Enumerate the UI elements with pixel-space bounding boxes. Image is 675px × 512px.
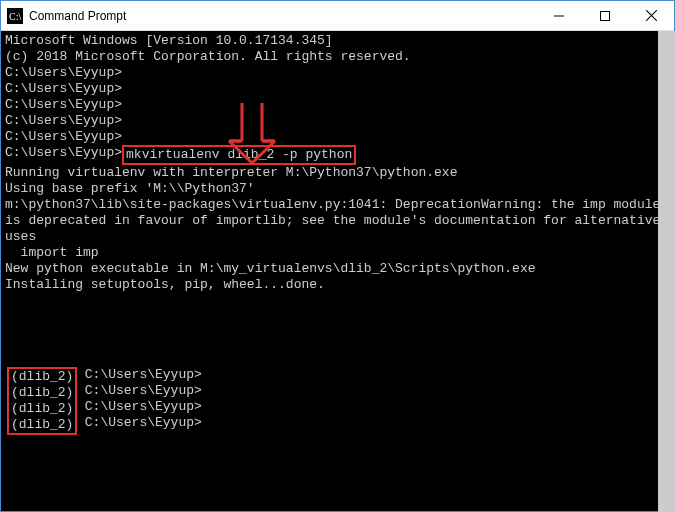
svg-text:C:\: C:\ [9, 11, 21, 22]
terminal-content: Microsoft Windows [Version 10.0.17134.34… [5, 33, 670, 509]
prompt-line: C:\Users\Eyyup> [5, 113, 670, 129]
prompt-line: C:\Users\Eyyup> [5, 97, 670, 113]
terminal-line: Microsoft Windows [Version 10.0.17134.34… [5, 33, 670, 49]
venv-highlight-box: (dlib_2) (dlib_2) (dlib_2) (dlib_2) [7, 367, 77, 435]
prompt-line: C:\Users\Eyyup> [5, 129, 670, 145]
command-line: C:\Users\Eyyup>mkvirtualenv dlib_2 -p py… [5, 145, 670, 165]
venv-label: (dlib_2) [11, 385, 73, 401]
venv-prompts: C:\Users\Eyyup> C:\Users\Eyyup> C:\Users… [77, 367, 202, 431]
output-line: Using base prefix 'M:\\Python37' [5, 181, 670, 197]
window-controls [536, 1, 674, 30]
venv-label: (dlib_2) [11, 369, 73, 385]
prompt-line: C:\Users\Eyyup> [77, 383, 202, 399]
close-button[interactable] [628, 1, 674, 30]
terminal-area[interactable]: Microsoft Windows [Version 10.0.17134.34… [1, 31, 674, 511]
prompt-line: C:\Users\Eyyup> [5, 65, 670, 81]
output-line: m:\python37\lib\site-packages\virtualenv… [5, 197, 670, 245]
prompt-line: C:\Users\Eyyup> [77, 399, 202, 415]
window-frame: C:\ Command Prompt Microsoft Windows [Ve… [0, 0, 675, 512]
svg-rect-3 [601, 11, 610, 20]
output-line: Installing setuptools, pip, wheel...done… [5, 277, 670, 293]
output-line: import imp [5, 245, 670, 261]
command-highlight: mkvirtualenv dlib_2 -p python [122, 145, 356, 165]
maximize-button[interactable] [582, 1, 628, 30]
scrollbar-thumb[interactable] [658, 31, 675, 512]
minimize-button[interactable] [536, 1, 582, 30]
venv-label: (dlib_2) [11, 417, 73, 433]
prompt-line: C:\Users\Eyyup> [77, 415, 202, 431]
output-line: Running virtualenv with interpreter M:\P… [5, 165, 670, 181]
terminal-line [5, 293, 670, 309]
cmd-icon: C:\ [7, 8, 23, 24]
prompt-line: C:\Users\Eyyup> [77, 367, 202, 383]
vertical-scrollbar[interactable] [658, 31, 675, 512]
venv-label: (dlib_2) [11, 401, 73, 417]
terminal-line: (c) 2018 Microsoft Corporation. All righ… [5, 49, 670, 65]
prompt-prefix: C:\Users\Eyyup> [5, 145, 122, 161]
prompt-line: C:\Users\Eyyup> [5, 81, 670, 97]
window-title: Command Prompt [29, 9, 536, 23]
output-line: New python executable in M:\my_virtualen… [5, 261, 670, 277]
titlebar[interactable]: C:\ Command Prompt [1, 1, 674, 31]
